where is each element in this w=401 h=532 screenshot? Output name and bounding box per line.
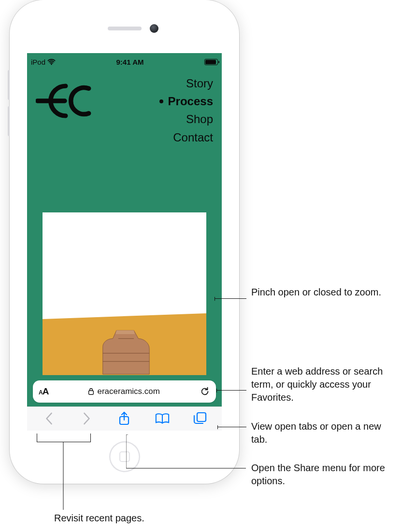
bookmarks-button[interactable] [152, 408, 173, 429]
nav-item-contact[interactable]: Contact [159, 128, 213, 146]
wifi-icon [47, 59, 56, 65]
callout-address: Enter a web address or search term, or q… [251, 365, 396, 404]
site-logo-icon[interactable] [36, 79, 94, 123]
active-dot-icon [159, 99, 163, 103]
text-size-button[interactable]: AA [39, 386, 48, 397]
ceramic-pot-image [97, 325, 155, 375]
callout-line [217, 427, 246, 427]
book-icon [155, 412, 170, 425]
status-left: iPod [31, 58, 56, 66]
callout-text: Open the Share menu for more options. [251, 462, 385, 486]
earpiece-speaker [108, 27, 142, 30]
chevron-right-icon [83, 412, 91, 425]
nav-label: Process [168, 92, 213, 110]
reload-icon [200, 386, 210, 397]
screen: iPod 9:41 AM Stor [27, 53, 222, 431]
chevron-left-icon [45, 412, 53, 425]
nav-item-process[interactable]: Process [159, 92, 213, 110]
callout-text: View open tabs or open a new tab. [251, 421, 381, 445]
callout-line [126, 434, 247, 471]
callout-line [215, 298, 246, 299]
volume-down-button [8, 106, 10, 136]
safari-toolbar [27, 406, 222, 431]
callout-text: Revisit recent pages. [54, 513, 144, 523]
callout-zoom: Pinch open or closed to zoom. [251, 286, 381, 299]
nav-label: Story [186, 74, 213, 92]
status-bar: iPod 9:41 AM [27, 53, 222, 68]
address-field[interactable]: eraceramics.com [48, 387, 200, 396]
nav-label: Shop [186, 110, 213, 128]
clock-label: 9:41 AM [116, 58, 144, 66]
device-name-label: iPod [31, 58, 45, 66]
svg-rect-2 [89, 391, 94, 394]
ipod-touch-device: iPod 9:41 AM Stor [10, 0, 239, 484]
lock-icon [88, 388, 94, 395]
svg-rect-6 [197, 413, 206, 421]
domain-label: eraceramics.com [97, 387, 159, 396]
front-camera [150, 24, 158, 33]
callout-line [216, 390, 246, 391]
volume-up-button [8, 70, 10, 100]
status-right [204, 59, 218, 65]
reload-button[interactable] [200, 386, 210, 397]
webpage-image[interactable] [43, 212, 206, 375]
site-nav-menu: Story Process Shop Contact [159, 74, 213, 146]
nav-label: Contact [173, 128, 213, 146]
callout-history: Revisit recent pages. [54, 512, 144, 525]
webpage-header[interactable]: Story Process Shop Contact [27, 68, 222, 146]
back-button[interactable] [38, 408, 59, 429]
nav-item-story[interactable]: Story [159, 74, 213, 92]
share-icon [118, 411, 130, 426]
forward-button[interactable] [76, 408, 97, 429]
battery-icon [204, 59, 218, 65]
svg-point-0 [51, 63, 52, 65]
callout-tabs: View open tabs or open a new tab. [251, 420, 396, 446]
bracket-line [37, 434, 91, 442]
nav-item-shop[interactable]: Shop [159, 110, 213, 128]
share-button[interactable] [114, 408, 135, 429]
callout-text: Pinch open or closed to zoom. [251, 287, 381, 297]
callout-line [63, 442, 64, 510]
tabs-icon [193, 412, 207, 425]
tabs-button[interactable] [189, 408, 211, 429]
callout-text: Enter a web address or search term, or q… [251, 366, 383, 403]
callout-share: Open the Share menu for more options. [251, 462, 396, 488]
address-bar[interactable]: AA eraceramics.com [33, 380, 216, 403]
